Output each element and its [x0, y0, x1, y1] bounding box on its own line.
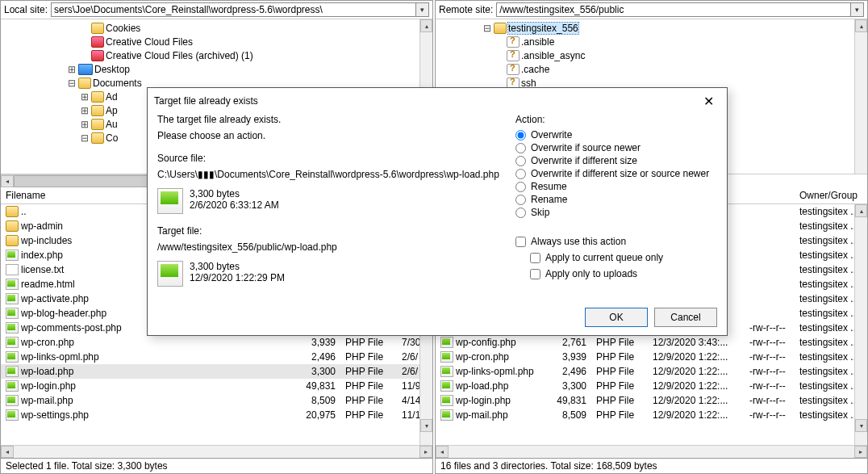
scroll-left-icon[interactable]: ◂: [1, 175, 14, 187]
expand-icon[interactable]: ⊞: [78, 119, 91, 130]
dialog-right: Action: OverwriteOverwrite if source new…: [515, 114, 717, 296]
radio-label: Overwrite if source newer: [531, 142, 641, 153]
list-item[interactable]: wp-load.php3,300PHP File2/6/: [1, 364, 432, 379]
expand-icon[interactable]: ⊞: [78, 105, 91, 116]
action-radio[interactable]: Rename: [515, 193, 717, 206]
radio-label: Overwrite: [531, 129, 572, 141]
action-radio[interactable]: Overwrite if different size or source ne…: [515, 167, 717, 180]
scroll-up-icon[interactable]: ▴: [420, 19, 432, 32]
list-item[interactable]: wp-config.php2,761PHP File12/3/2020 3:43…: [436, 335, 867, 350]
list-item[interactable]: wp-links-opml.php2,496PHP File2/6/: [1, 350, 432, 364]
expand-icon[interactable]: ⊟: [65, 78, 78, 89]
action-radio[interactable]: Resume: [515, 180, 717, 193]
tree-item[interactable]: .ansible: [436, 35, 867, 48]
tree-item[interactable]: ⊞Desktop: [1, 62, 432, 76]
scroll-down-icon[interactable]: ▾: [420, 419, 432, 432]
file-name: wp-config.php: [456, 337, 516, 348]
dropdown-icon[interactable]: ▾: [851, 2, 864, 17]
col-owner[interactable]: Owner/Group: [795, 187, 867, 203]
folder-icon: [91, 91, 104, 103]
tree-item[interactable]: Cookies: [1, 21, 432, 35]
file-name: wp-login.php: [21, 380, 76, 392]
check-always[interactable]: Always use this action: [515, 235, 717, 248]
scroll-left-icon[interactable]: ◂: [1, 446, 14, 458]
cancel-button[interactable]: Cancel: [654, 308, 717, 327]
dialog-titlebar: Target file already exists ✕: [148, 88, 727, 114]
target-path: /www/testingsitex_556/public/wp-load.php: [157, 241, 499, 253]
expand-icon[interactable]: ⊟: [481, 23, 494, 34]
file-icon: [157, 188, 183, 214]
dialog-title: Target file already exists: [154, 95, 258, 107]
php-icon: [6, 250, 19, 261]
tree-item[interactable]: ⊟testingsitex_556: [436, 21, 867, 35]
expand-icon[interactable]: ⊞: [78, 91, 91, 103]
check-queue[interactable]: Apply to current queue only: [515, 251, 717, 264]
scroll-right-icon[interactable]: ▸: [419, 446, 432, 458]
list-item[interactable]: wp-mail.php8,509PHP File4/14: [1, 393, 432, 408]
folder-icon: [6, 220, 19, 232]
scroll-up-icon[interactable]: ▴: [855, 19, 867, 32]
file-date: 12/9/2020 1:22:...: [648, 351, 745, 363]
scroll-down-icon[interactable]: ▾: [855, 419, 867, 432]
remote-path-label: Remote site:: [439, 4, 493, 15]
file-name: license.txt: [21, 264, 64, 275]
folder-icon: [6, 235, 19, 246]
remote-path-input[interactable]: [496, 2, 851, 17]
list-item[interactable]: wp-mail.php8,509PHP File12/9/2020 1:22:.…: [436, 408, 867, 422]
action-radio[interactable]: Overwrite if source newer: [515, 141, 717, 154]
list-item[interactable]: wp-links-opml.php2,496PHP File12/9/2020 …: [436, 364, 867, 379]
tree-item[interactable]: Creative Cloud Files (archived) (1): [1, 48, 432, 62]
list-item[interactable]: wp-login.php49,831PHP File12/9/2020 1:22…: [436, 393, 867, 408]
overwrite-dialog: Target file already exists ✕ The target …: [147, 87, 728, 336]
file-perm: -rw-r--r--: [745, 395, 795, 406]
php-icon: [6, 366, 19, 377]
file-name: wp-links-opml.php: [456, 366, 534, 377]
close-icon[interactable]: ✕: [696, 93, 720, 109]
folder-icon: [78, 64, 93, 75]
list-item[interactable]: wp-settings.php20,975PHP File11/1: [1, 408, 432, 422]
target-size: 3,300 bytes: [190, 261, 285, 272]
dropdown-icon[interactable]: ▾: [416, 2, 429, 17]
file-name: ..: [21, 206, 27, 217]
file-size: 8,509: [543, 409, 591, 421]
action-radio[interactable]: Overwrite if different size: [515, 154, 717, 167]
action-radio[interactable]: Overwrite: [515, 128, 717, 141]
folder-icon: [91, 50, 104, 61]
tree-item[interactable]: .ansible_async: [436, 48, 867, 62]
check-upload[interactable]: Apply only to uploads: [515, 267, 717, 280]
tree-item[interactable]: Creative Cloud Files: [1, 35, 432, 48]
action-label: Action:: [515, 114, 717, 125]
list-item[interactable]: wp-cron.php3,939PHP File7/30/: [1, 335, 432, 350]
file-size: 3,939: [292, 337, 340, 348]
local-path-input[interactable]: [51, 2, 416, 17]
php-icon: [6, 395, 19, 406]
file-name: wp-blog-header.php: [21, 308, 106, 319]
tree-label: Au: [106, 119, 118, 130]
file-date: 12/9/2020 1:22:...: [648, 409, 745, 421]
hscroll[interactable]: ◂ ▸: [1, 445, 432, 458]
scrollbar[interactable]: ▴: [854, 19, 867, 174]
tree-item[interactable]: .cache: [436, 62, 867, 76]
action-radio[interactable]: Skip: [515, 206, 717, 219]
radio-label: Overwrite if different size: [531, 155, 637, 166]
folder-icon: [91, 119, 104, 130]
scroll-up-icon[interactable]: ▴: [855, 204, 867, 217]
tree-label: Co: [106, 132, 118, 144]
list-item[interactable]: wp-login.php49,831PHP File11/9: [1, 379, 432, 393]
hscroll[interactable]: ◂ ▸: [436, 445, 867, 458]
file-name: wp-load.php: [21, 366, 73, 377]
file-size: 8,509: [292, 395, 340, 406]
file-name: wp-cron.php: [21, 337, 74, 348]
file-type: PHP File: [591, 395, 648, 406]
ok-button[interactable]: OK: [585, 308, 648, 327]
scroll-left-icon[interactable]: ◂: [436, 446, 449, 458]
scroll-right-icon[interactable]: ▸: [854, 446, 867, 458]
list-item[interactable]: wp-cron.php3,939PHP File12/9/2020 1:22:.…: [436, 350, 867, 364]
list-item[interactable]: wp-load.php3,300PHP File12/9/2020 1:22:.…: [436, 379, 867, 393]
expand-icon[interactable]: ⊟: [78, 132, 91, 144]
expand-icon[interactable]: ⊞: [65, 64, 78, 75]
scrollbar[interactable]: ▴ ▾: [854, 204, 867, 445]
file-type: PHP File: [591, 380, 648, 392]
file-size: 49,831: [292, 380, 340, 392]
target-date: 12/9/2020 1:22:29 PM: [190, 272, 285, 283]
